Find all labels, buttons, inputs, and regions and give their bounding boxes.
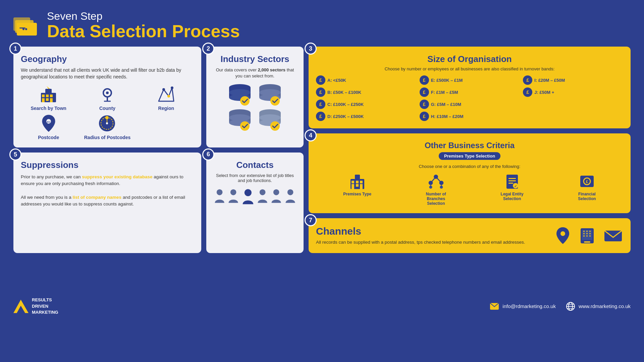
- geography-body: We understand that not all clients work …: [21, 67, 194, 80]
- svg-point-48: [259, 114, 281, 121]
- svg-point-94: [589, 235, 591, 237]
- size-title: Size of Organisation: [316, 54, 623, 64]
- pound-icon-a: £: [316, 75, 325, 85]
- svg-rect-2: [13, 17, 30, 31]
- svg-point-5: [25, 28, 27, 30]
- svg-rect-60: [360, 181, 363, 183]
- geo-region: Region: [139, 85, 194, 111]
- svg-line-68: [436, 177, 441, 183]
- logo-text: RESULTS DRIVEN MARKETING: [32, 297, 58, 315]
- size-a: £ A: <£50K: [316, 75, 416, 85]
- logo-chevron-icon: [13, 300, 29, 313]
- svg-point-43: [229, 114, 251, 121]
- logo-line1: RESULTS: [32, 297, 58, 303]
- business-card: 4 Other Business Criteria Premises Type …: [309, 133, 631, 213]
- pound-icon-c: £: [316, 100, 325, 109]
- region-icon: [156, 85, 176, 104]
- email-footer-icon: [490, 303, 499, 310]
- globe-footer-icon: [566, 302, 575, 311]
- financial-icon: £: [579, 173, 595, 190]
- premises-badge: Premises Type Selection: [439, 152, 500, 160]
- svg-rect-58: [352, 181, 354, 183]
- size-e-label: E: £500K – £1M: [431, 78, 463, 83]
- geo-search-town: Search by Town: [21, 85, 76, 111]
- legal-label: Legal EntitySelection: [501, 192, 524, 201]
- contacts-body: Select from our extensive list of job ti…: [214, 173, 296, 183]
- industry-body: Our data covers over 2,000 sectors that …: [214, 67, 296, 79]
- svg-rect-7: [45, 89, 52, 94]
- person-5: [284, 187, 296, 205]
- header-text: Seven Step Data Selection Process: [47, 10, 240, 40]
- financial-label: FinancialSelection: [578, 192, 596, 201]
- svg-point-38: [259, 89, 281, 96]
- svg-rect-13: [46, 98, 49, 101]
- size-j-label: J: £50M +: [534, 90, 554, 95]
- size-a-label: A: <£50K: [327, 78, 346, 83]
- footer: RESULTS DRIVEN MARKETING info@rdmarketin…: [13, 253, 631, 355]
- svg-rect-57: [355, 175, 360, 179]
- phone-channel-icon: [578, 227, 596, 245]
- postcode-label: Postcode: [38, 135, 59, 140]
- svg-rect-11: [42, 98, 45, 102]
- svg-text:PC: PC: [47, 121, 50, 124]
- person-highlight: [241, 187, 255, 207]
- svg-point-44: [240, 121, 250, 131]
- county-icon: [97, 85, 117, 104]
- premises-icon: [349, 173, 366, 190]
- channels-card: 7 Channels All records can be supplied w…: [309, 218, 631, 253]
- svg-text:✓: ✓: [514, 184, 517, 188]
- postcode-icon: PC: [39, 114, 59, 133]
- step-6-badge: 6: [202, 148, 214, 161]
- contacts-card: 6 Contacts Select from our extensive lis…: [206, 153, 304, 253]
- svg-point-91: [589, 233, 591, 234]
- footer-website-item: www.rdmarketing.co.uk: [566, 302, 631, 311]
- size-g-label: G: £5M – £10M: [431, 102, 461, 107]
- pound-icon-g: £: [420, 100, 429, 109]
- header: Seven Step Data Selection Process: [13, 10, 631, 40]
- svg-point-93: [586, 235, 588, 237]
- town-icon: [39, 85, 59, 104]
- svg-point-50: [217, 189, 223, 195]
- pound-icon-h: £: [420, 112, 429, 121]
- svg-point-49: [270, 121, 280, 131]
- svg-point-88: [589, 231, 591, 232]
- footer-website: www.rdmarketing.co.uk: [579, 303, 631, 309]
- step-7-badge: 7: [305, 214, 317, 226]
- geography-title: Geography: [21, 54, 194, 64]
- footer-logo: RESULTS DRIVEN MARKETING: [13, 297, 58, 315]
- suppressions-title: Suppressions: [21, 160, 194, 170]
- svg-point-21: [167, 95, 170, 98]
- svg-point-90: [586, 233, 588, 234]
- premises-type-item: Premises Type: [343, 173, 371, 196]
- main-container: Seven Step Data Selection Process 1 Geog…: [0, 0, 644, 362]
- size-b-label: B: £50K – £100K: [327, 90, 361, 95]
- suppressions-body: Prior to any purchase, we can suppress y…: [21, 174, 194, 207]
- step-2-badge: 2: [202, 43, 214, 55]
- svg-point-22: [171, 86, 173, 89]
- legal-item: ✓ Legal EntitySelection: [501, 173, 524, 201]
- svg-rect-59: [356, 181, 359, 183]
- database-icons-2: [214, 108, 296, 131]
- pound-icon-d: £: [316, 112, 325, 121]
- logo-line3: MARKETING: [32, 309, 58, 315]
- radius-icon: [97, 114, 117, 133]
- svg-point-82: [560, 231, 565, 236]
- db-icon-3: [226, 108, 253, 131]
- size-i-label: I: £20M – £50M: [534, 78, 565, 83]
- contacts-title: Contacts: [214, 160, 296, 170]
- size-b: £ B: £50K – £100K: [316, 87, 416, 97]
- svg-rect-8: [42, 95, 45, 97]
- db-icon-4: [257, 108, 283, 131]
- pound-icon-i: £: [523, 75, 532, 85]
- person-icons: [214, 187, 296, 207]
- radius-label: Radius of Postcodes: [84, 135, 130, 140]
- company-names-link: list of company names: [73, 195, 122, 200]
- svg-marker-96: [13, 300, 29, 313]
- svg-rect-76: [508, 183, 513, 184]
- pound-icon-f: £: [420, 87, 429, 97]
- branches-item: Number ofBranchesSelection: [426, 173, 446, 206]
- person-1: [214, 187, 225, 205]
- pound-icon-b: £: [316, 87, 325, 97]
- business-icons: Premises Type: [316, 173, 623, 206]
- svg-point-55: [287, 189, 293, 195]
